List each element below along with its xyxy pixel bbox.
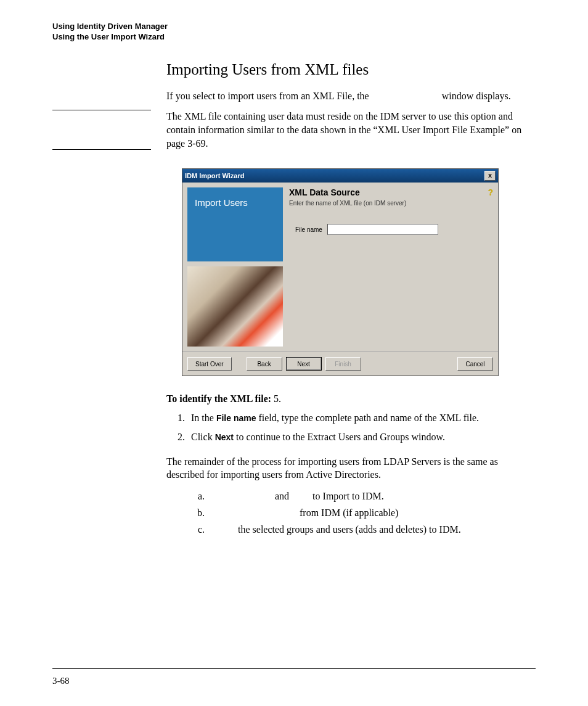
step-1: In the File name field, type the complet…	[187, 411, 536, 426]
idm-import-wizard-dialog: IDM Import Wizard x Import Users ? XML D…	[182, 168, 499, 376]
running-header: Using Identity Driven Manager Using the …	[52, 22, 536, 43]
step2-a: Click	[191, 432, 215, 442]
intro-text-b: window displays.	[439, 91, 511, 101]
sub-step-a: and to Import to IDM.	[207, 489, 536, 504]
header-line-2: Using the User Import Wizard	[52, 32, 536, 43]
intro-text-a: If you select to import users from an XM…	[166, 91, 372, 101]
back-button[interactable]: Back	[247, 357, 282, 371]
next-button[interactable]: Next	[286, 357, 322, 371]
sub-step-c: the selected groups and users (adds and …	[207, 522, 536, 538]
sub-a-tail: to Import to IDM.	[310, 491, 384, 501]
cancel-button[interactable]: Cancel	[457, 357, 493, 371]
note-text: The XML file containing user data must r…	[166, 110, 536, 150]
instruction-lead-tail: 5.	[271, 393, 281, 404]
finish-button: Finish	[325, 357, 361, 371]
step1-a: In the	[191, 413, 216, 423]
header-line-1: Using Identity Driven Manager	[52, 22, 536, 32]
step1-b: field, type the complete path and name o…	[256, 413, 479, 423]
remainder-paragraph: The remainder of the process for importi…	[166, 455, 536, 482]
note-margin-rule	[52, 110, 151, 150]
file-name-label: File name	[295, 226, 322, 233]
help-icon[interactable]: ?	[488, 187, 493, 197]
sub-steps: and to Import to IDM. from IDM (if appli…	[166, 489, 536, 537]
step-2: Click Next to continue to the Extract Us…	[187, 430, 536, 445]
sub-b-tail: from IDM (if applicable)	[297, 507, 398, 518]
instruction-lead-bold: To identify the XML file:	[166, 393, 271, 404]
intro-paragraph: If you select to import users from an XM…	[166, 89, 536, 103]
instruction-lead: To identify the XML file: 5.	[166, 393, 536, 404]
close-icon[interactable]: x	[484, 171, 496, 181]
wizard-titlebar[interactable]: IDM Import Wizard x	[182, 169, 498, 183]
instruction-steps: In the File name field, type the complet…	[166, 411, 536, 445]
sub-a-mid: and	[272, 491, 292, 501]
page-number: 3-68	[52, 676, 70, 686]
step2-bold: Next	[215, 432, 234, 442]
wizard-subheading: Enter the name of XML file (on IDM serve…	[289, 200, 493, 207]
wizard-decorative-image	[187, 266, 283, 347]
wizard-banner: Import Users	[187, 187, 283, 261]
wizard-title: IDM Import Wizard	[185, 172, 244, 179]
sub-c-tail: the selected groups and users (adds and …	[235, 524, 461, 535]
step2-b: to continue to the Extract Users and Gro…	[234, 432, 445, 442]
footer-rule	[52, 668, 536, 669]
file-name-input[interactable]	[327, 224, 438, 235]
start-over-button[interactable]: Start Over	[187, 357, 232, 371]
section-title: Importing Users from XML files	[166, 61, 536, 78]
wizard-button-row: Start Over Back Next Finish Cancel	[182, 351, 498, 376]
wizard-banner-title: Import Users	[195, 197, 248, 208]
wizard-heading: XML Data Source	[289, 187, 493, 197]
sub-step-b: from IDM (if applicable)	[207, 506, 536, 521]
step1-bold: File name	[216, 413, 256, 423]
